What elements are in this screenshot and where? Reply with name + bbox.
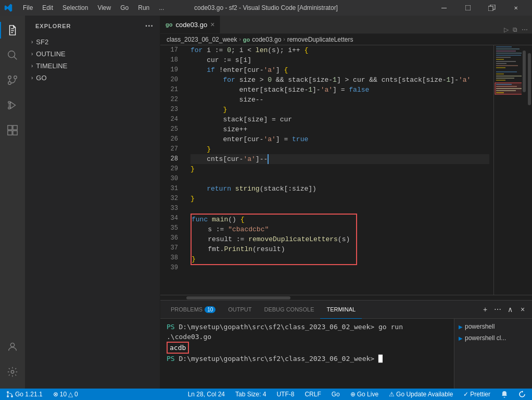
svg-rect-0 [441,8,447,8]
editor-area: go code03.go × ▷ ⧉ ⋯ class_2023_06_02_we… [160,16,532,300]
horizontal-scrollbar[interactable] [160,295,532,300]
code-line-23: } [191,105,489,115]
status-go-live[interactable]: ⊕ Go Live [348,389,381,400]
panel-more-button[interactable]: ⋯ [492,304,503,315]
line-38: 38 [160,253,182,263]
svg-rect-26 [496,53,525,54]
status-bar-left: Go 1.21.1 ⊗ 10 △ 0 [4,389,80,400]
sidebar-item-go[interactable]: › GO [25,72,160,84]
panel-tab-output[interactable]: OUTPUT [222,301,258,319]
line-18: 18 [160,55,182,65]
breadcrumb-folder[interactable]: class_2023_06_02_week [167,36,237,43]
panel-close-button[interactable]: × [517,304,528,315]
code-line-35: s := "cbacdcbc" [192,224,356,234]
menu-selection[interactable]: Selection [58,2,92,14]
sidebar: EXPLORER ⋯ › SF2 › OUTLINE › TIMELINE › … [25,16,160,389]
panel-tab-debug-console[interactable]: DEBUG CONSOLE [258,301,321,319]
git-branch-icon [6,391,14,398]
breadcrumb-file[interactable]: code03.go [252,36,281,43]
code-line-36: result := removeDuplicateLetters(s) [192,234,356,244]
problems-badge: 10 [205,306,216,313]
run-debug-icon [7,99,18,111]
shell-item-powershell-cl[interactable]: ▶ powershell cl... [454,332,532,344]
status-language[interactable]: Go [330,389,342,400]
line-22: 22 [160,95,182,105]
svg-rect-28 [496,57,511,58]
editor-tab-code03[interactable]: go code03.go × [160,16,220,33]
activity-search[interactable] [0,43,25,68]
warning-count: 0 [74,391,78,398]
editor-actions: ▷ ⧉ ⋯ [500,26,532,33]
shell-item-powershell[interactable]: ▶ powershell [454,321,532,332]
svg-rect-44 [496,92,504,93]
svg-rect-42 [496,88,522,89]
activity-settings[interactable] [0,359,25,384]
sidebar-more-icon[interactable]: ⋯ [145,21,154,31]
breadcrumb-symbol[interactable]: removeDuplicateLetters [287,36,353,43]
status-errors[interactable]: ⊗ 10 △ 0 [51,389,80,400]
files-icon [7,24,18,36]
menu-file[interactable]: File [19,2,37,14]
menu-go[interactable]: Go [116,2,133,14]
editor-scrollbar-thumb[interactable] [528,53,531,105]
check-icon: ✓ [463,391,468,398]
svg-rect-31 [496,63,506,64]
terminal-line-2: PS D:\mysetup\gopath\src\sf2\class_2023_… [167,354,448,364]
activity-run-debug[interactable] [0,93,25,118]
status-go-version[interactable]: Go 1.21.1 [4,389,45,400]
status-cursor[interactable]: Ln 28, Col 24 [186,389,227,400]
status-eol[interactable]: CRLF [302,389,323,400]
code-line-32: } [191,194,489,204]
menu-edit[interactable]: Edit [38,2,57,14]
code-editor[interactable]: 17 18 19 20 21 22 23 24 25 26 27 28 29 3… [160,45,532,295]
svg-rect-27 [496,55,521,56]
svg-rect-16 [8,126,12,130]
activity-explorer[interactable] [0,18,25,43]
code-line-38: } [192,254,356,264]
menu-run[interactable]: Run [134,2,154,14]
activity-extensions[interactable] [0,118,25,143]
tab-close-button[interactable]: × [210,20,214,29]
minimap-scrollbar [522,45,527,295]
split-editor-icon[interactable]: ⧉ [513,26,517,33]
panel-maximize-button[interactable]: ∧ [505,304,515,315]
activity-source-control[interactable] [0,68,25,93]
h-scrollbar-thumb[interactable] [186,296,290,299]
panel-tab-problems[interactable]: PROBLEMS 10 [164,301,222,319]
editor-more-icon[interactable]: ⋯ [522,26,528,33]
editor-scrollbar[interactable] [527,45,532,295]
chevron-right-icon-outline: › [31,51,33,57]
status-bar-right: Ln 28, Col 24 Tab Size: 4 UTF-8 CRLF Go … [186,389,528,400]
status-sync[interactable] [516,389,528,400]
line-23: 23 [160,105,182,115]
status-go-update[interactable]: ⚠ Go Update Available [387,389,455,400]
status-tab-size[interactable]: Tab Size: 4 [233,389,268,400]
panel-tab-terminal[interactable]: TERMINAL [320,301,362,319]
sidebar-item-sf2[interactable]: › SF2 [25,36,160,48]
scrollbar-thumb[interactable] [523,51,526,92]
restore-button[interactable] [480,0,504,16]
breadcrumb-sep2: › [283,36,285,42]
code-line-37: fmt.Println(result) [192,244,356,254]
code-line-30 [191,174,489,184]
code-line-31: return string(stack[:size]) [191,184,489,194]
sidebar-item-outline[interactable]: › OUTLINE [25,48,160,60]
run-icon[interactable]: ▷ [504,26,509,33]
terminal-main[interactable]: PS D:\mysetup\gopath\src\sf2\class_2023_… [160,319,454,389]
maximize-button[interactable] [456,0,480,16]
close-button[interactable]: ✕ [504,0,528,16]
line-34: 34 [160,214,182,223]
terminal-icon-2: ▶ [459,335,463,341]
status-prettier[interactable]: ✓ Prettier [461,389,492,400]
minimize-button[interactable] [432,0,456,16]
activity-account[interactable] [0,334,25,359]
sidebar-item-timeline[interactable]: › TIMELINE [25,60,160,72]
line-30: 30 [160,174,182,184]
menu-more[interactable]: ... [155,2,168,14]
menu-view[interactable]: View [93,2,115,14]
status-notifications[interactable] [499,389,510,400]
status-encoding[interactable]: UTF-8 [274,389,296,400]
sf2-label: SF2 [36,38,48,46]
new-terminal-button[interactable]: + [480,304,490,315]
go-version-text: Go 1.21.1 [15,391,43,398]
